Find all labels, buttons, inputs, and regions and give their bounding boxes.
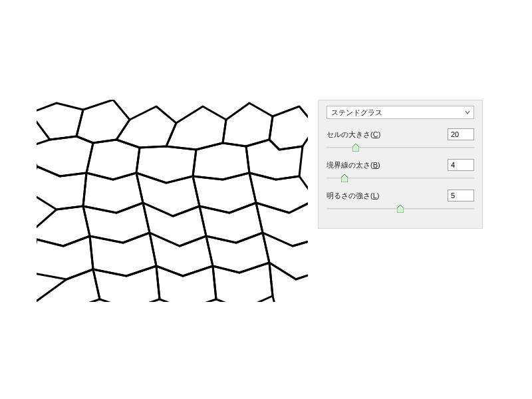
slider-rail xyxy=(327,178,474,179)
param-slider[interactable] xyxy=(327,174,474,183)
slider-thumb[interactable] xyxy=(352,144,359,152)
filter-dropdown[interactable]: ステンドグラス xyxy=(327,106,474,119)
slider-thumb[interactable] xyxy=(341,174,348,182)
slider-rail xyxy=(327,147,474,148)
param-label: セルの大きさ(C) xyxy=(327,130,380,140)
slider-thumb[interactable] xyxy=(397,205,404,213)
filter-preview xyxy=(37,100,308,302)
filter-dropdown-label: ステンドグラス xyxy=(331,108,382,118)
param-value-input[interactable] xyxy=(448,190,474,201)
filter-settings-panel: ステンドグラス セルの大きさ(C) 境界線の太さ(B) xyxy=(318,100,483,229)
param-cell-size: セルの大きさ(C) xyxy=(327,128,474,152)
param-value-input[interactable] xyxy=(448,159,474,171)
param-slider[interactable] xyxy=(327,204,474,213)
param-slider[interactable] xyxy=(327,143,474,152)
param-border-thickness: 境界線の太さ(B) xyxy=(327,159,474,183)
param-label: 明るさの強さ(L) xyxy=(327,191,379,201)
param-label: 境界線の太さ(B) xyxy=(327,160,380,170)
param-light-intensity: 明るさの強さ(L) xyxy=(327,190,474,213)
param-value-input[interactable] xyxy=(448,128,474,140)
chevron-down-icon xyxy=(465,110,470,115)
